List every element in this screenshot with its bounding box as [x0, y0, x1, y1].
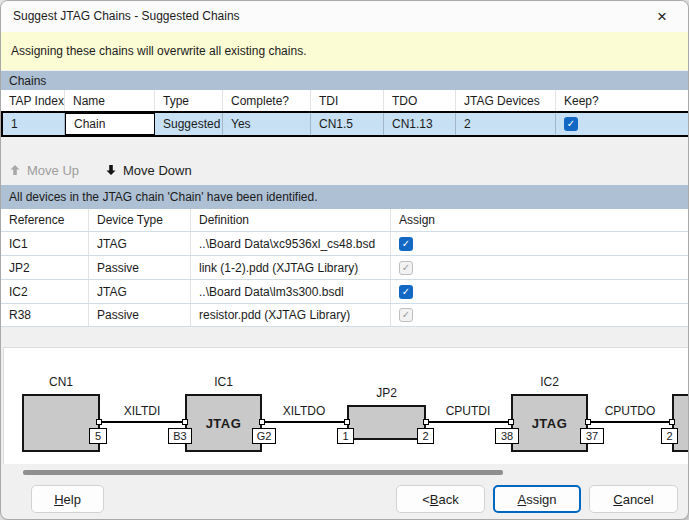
chains-section-title: Chains [9, 74, 46, 88]
move-up-button[interactable]: Move Up [9, 163, 79, 178]
chain-tdo: CN1.13 [384, 113, 456, 135]
col-tap-index: TAP Index [1, 90, 65, 111]
devices-table: Reference Device Type Definition Assign … [1, 209, 689, 327]
assign-checkbox[interactable]: ✓ [399, 237, 413, 251]
device-definition: link (1-2).pdd (XJTAG Library) [191, 256, 391, 279]
chain-complete: Yes [223, 113, 311, 135]
window-title: Suggest JTAG Chains - Suggested Chains [13, 9, 240, 23]
wire-cputdi [426, 421, 511, 423]
wire-cputdo [588, 421, 672, 423]
col-assign: Assign [391, 209, 689, 231]
col-complete: Complete? [223, 90, 311, 111]
device-label-ic1: IC1 [185, 375, 262, 389]
connector-dot [585, 419, 591, 425]
device-definition: ..\Board Data\xc9536xl_cs48.bsd [191, 232, 391, 255]
cancel-button[interactable]: Cancel [589, 485, 678, 513]
device-box-jp2 [347, 405, 426, 440]
keep-checkbox[interactable]: ✓ [564, 117, 578, 131]
connector-dot [669, 419, 675, 425]
device-type: Passive [89, 256, 191, 279]
device-label-ic2: IC2 [511, 375, 588, 389]
title-bar: Suggest JTAG Chains - Suggested Chains × [1, 1, 688, 32]
connector-dot [182, 419, 188, 425]
device-row-jp2: JP2 Passive link (1-2).pdd (XJTAG Librar… [1, 255, 689, 279]
chain-type: Suggested [155, 113, 223, 135]
devices-section-header: All devices in the JTAG chain 'Chain' ha… [1, 185, 688, 209]
col-jtag-devices: JTAG Devices [456, 90, 556, 111]
pin-label-cn1-5: 5 [89, 428, 107, 444]
pin-label-ic2-37: 37 [580, 428, 604, 444]
device-box-text: JTAG [532, 416, 568, 431]
connector-dot [259, 419, 265, 425]
pin-label-ic2-38: 38 [495, 428, 519, 444]
chain-order-toolbar: Move Up Move Down [1, 157, 192, 183]
back-button[interactable]: < Back [396, 485, 485, 513]
help-button[interactable]: Help [31, 485, 104, 513]
device-type: JTAG [89, 280, 191, 303]
device-reference: R38 [1, 304, 89, 326]
device-box-text: JTAG [206, 416, 242, 431]
col-definition: Definition [191, 209, 391, 231]
net-label-cputdo: CPUTDO [590, 404, 670, 418]
device-reference: JP2 [1, 256, 89, 279]
device-definition: ..\Board Data\lm3s300.bsdl [191, 280, 391, 303]
device-definition: resistor.pdd (XJTAG Library) [191, 304, 391, 326]
device-label-cn1: CN1 [22, 375, 100, 389]
wire-xiltdo [262, 421, 347, 423]
device-label-jp2: JP2 [347, 386, 426, 400]
chain-tap-index: 1 [3, 113, 65, 135]
device-box-ic1: JTAG [185, 394, 262, 452]
move-up-label: Move Up [27, 163, 79, 178]
suggest-jtag-chains-dialog: Suggest JTAG Chains - Suggested Chains ×… [0, 0, 689, 520]
arrow-down-icon [105, 164, 117, 176]
net-label-xiltdi: XILTDI [102, 404, 182, 418]
net-label-xiltdo: XILTDO [264, 404, 344, 418]
move-down-button[interactable]: Move Down [105, 163, 192, 178]
pin-label-ic1-b3: B3 [168, 428, 192, 444]
device-type: Passive [89, 304, 191, 326]
device-reference: IC1 [1, 232, 89, 255]
pin-label-jp2-1: 1 [337, 428, 354, 444]
assign-checkbox[interactable]: ✓ [399, 285, 413, 299]
col-reference: Reference [1, 209, 89, 231]
device-row-ic1: IC1 JTAG ..\Board Data\xc9536xl_cs48.bsd… [1, 231, 689, 255]
move-down-label: Move Down [123, 163, 192, 178]
chains-table: TAP Index Name Type Complete? TDI TDO JT… [1, 90, 689, 137]
chain-jtag-devices: 2 [456, 113, 556, 135]
chain-row-selected[interactable]: 1 Chain Suggested Yes CN1.5 CN1.13 2 ✓ [1, 111, 689, 137]
col-device-type: Device Type [89, 209, 191, 231]
chains-section-header: Chains [1, 71, 688, 90]
connector-dot [423, 419, 429, 425]
diagram-horizontal-scrollbar[interactable] [1, 465, 689, 479]
col-type: Type [155, 90, 223, 111]
pin-label-ic1-g2: G2 [252, 428, 276, 444]
devices-table-header: Reference Device Type Definition Assign [1, 209, 689, 231]
assign-checkbox-disabled: ✓ [399, 261, 413, 275]
pin-label-right-2: 2 [661, 428, 678, 444]
connector-dot [344, 419, 350, 425]
device-row-ic2: IC2 JTAG ..\Board Data\lm3s300.bsdl ✓ [1, 279, 689, 303]
chain-name-edit-cell[interactable]: Chain [65, 113, 155, 135]
chain-tdi: CN1.5 [311, 113, 384, 135]
scrollbar-thumb[interactable] [23, 470, 503, 475]
warning-banner: Assigning these chains will overwrite al… [1, 32, 688, 70]
col-tdo: TDO [384, 90, 456, 111]
assign-button[interactable]: Assign [493, 485, 581, 513]
wire-xiltdi [100, 421, 185, 423]
net-label-cputdi: CPUTDI [428, 404, 508, 418]
connector-dot [508, 419, 514, 425]
device-box-ic2: JTAG [511, 394, 588, 452]
chains-table-header: TAP Index Name Type Complete? TDI TDO JT… [1, 90, 689, 111]
arrow-up-icon [9, 164, 21, 176]
device-row-r38: R38 Passive resistor.pdd (XJTAG Library)… [1, 303, 689, 327]
connector-dot [96, 419, 102, 425]
device-type: JTAG [89, 232, 191, 255]
pin-label-jp2-2: 2 [417, 428, 434, 444]
devices-section-title: All devices in the JTAG chain 'Chain' ha… [9, 190, 318, 204]
device-reference: IC2 [1, 280, 89, 303]
col-tdi: TDI [311, 90, 384, 111]
warning-text: Assigning these chains will overwrite al… [11, 44, 306, 58]
assign-checkbox-disabled: ✓ [399, 308, 413, 322]
close-icon[interactable]: × [642, 1, 682, 32]
jtag-chain-diagram: CN1 IC1 JP2 IC2 XILTDI XILTDO CPUTDI CPU… [3, 347, 688, 464]
